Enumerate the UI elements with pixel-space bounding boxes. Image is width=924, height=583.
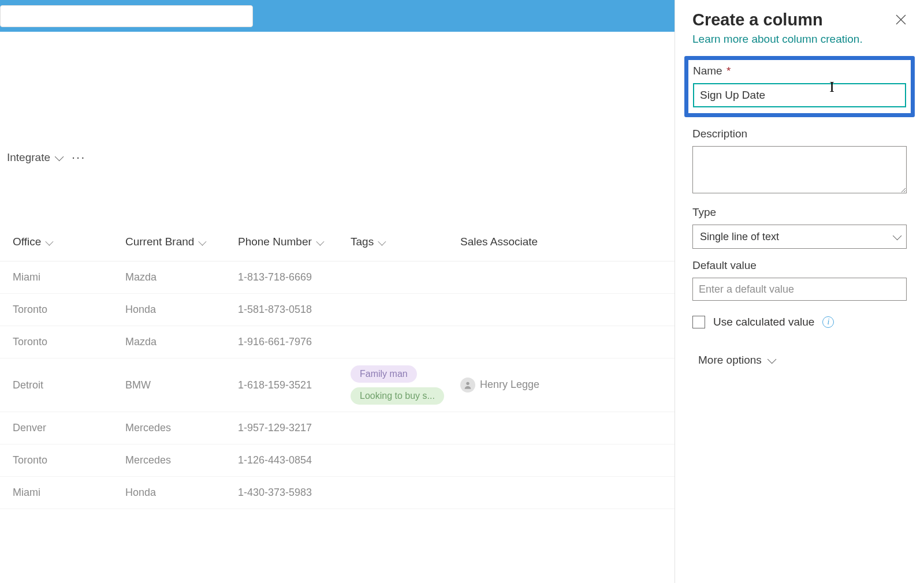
cell-office: Toronto bbox=[13, 454, 125, 466]
name-input[interactable] bbox=[693, 83, 906, 107]
cell-brand: Honda bbox=[125, 304, 238, 316]
default-value-input[interactable] bbox=[692, 278, 907, 301]
calculated-value-checkbox[interactable] bbox=[692, 316, 705, 328]
integrate-button[interactable]: Integrate bbox=[7, 151, 61, 164]
chevron-down-icon bbox=[199, 236, 204, 248]
cell-office: Toronto bbox=[13, 304, 125, 316]
tag-pill[interactable]: Family man bbox=[351, 365, 417, 383]
chevron-down-icon bbox=[378, 236, 384, 248]
svg-point-0 bbox=[466, 382, 469, 385]
close-icon bbox=[895, 14, 907, 25]
cell-brand: Mazda bbox=[125, 336, 238, 348]
cell-sales: Henry Legge bbox=[460, 378, 564, 393]
cell-phone: 1-581-873-0518 bbox=[238, 304, 351, 316]
chevron-down-icon bbox=[316, 236, 322, 248]
cell-phone: 1-916-661-7976 bbox=[238, 336, 351, 348]
cell-phone: 1-430-373-5983 bbox=[238, 487, 351, 499]
cell-phone: 1-813-718-6669 bbox=[238, 271, 351, 283]
column-header-brand[interactable]: Current Brand bbox=[125, 236, 238, 248]
learn-more-link[interactable]: Learn more about column creation. bbox=[692, 33, 863, 46]
cell-phone: 1-957-129-3217 bbox=[238, 422, 351, 434]
cell-brand: Honda bbox=[125, 487, 238, 499]
column-header-label: Phone Number bbox=[238, 236, 312, 248]
description-input[interactable] bbox=[692, 146, 907, 193]
close-button[interactable] bbox=[895, 14, 907, 29]
cell-office: Denver bbox=[13, 422, 125, 434]
chevron-down-icon bbox=[46, 236, 51, 248]
create-column-panel: Create a column Learn more about column … bbox=[675, 0, 924, 583]
calculated-value-row: Use calculated value i bbox=[692, 316, 907, 328]
cell-office: Toronto bbox=[13, 336, 125, 348]
panel-title: Create a column bbox=[692, 10, 907, 29]
cell-office: Detroit bbox=[13, 379, 125, 391]
column-header-phone[interactable]: Phone Number bbox=[238, 236, 351, 248]
cell-phone: 1-126-443-0854 bbox=[238, 454, 351, 466]
sales-name: Henry Legge bbox=[480, 379, 539, 390]
info-icon[interactable]: i bbox=[822, 316, 834, 328]
more-options-label: More options bbox=[698, 354, 762, 367]
more-options-toggle[interactable]: More options bbox=[692, 354, 907, 367]
calculated-value-label: Use calculated value bbox=[713, 316, 814, 328]
chevron-down-icon bbox=[55, 151, 61, 164]
name-label-text: Name bbox=[693, 65, 722, 77]
cell-office: Miami bbox=[13, 487, 125, 499]
column-header-office[interactable]: Office bbox=[13, 236, 125, 248]
cell-tags: Family manLooking to buy s... bbox=[351, 363, 460, 407]
integrate-label: Integrate bbox=[7, 151, 50, 164]
name-field-highlight: Name * bbox=[684, 56, 915, 117]
chevron-down-icon bbox=[767, 354, 774, 367]
avatar-icon bbox=[460, 378, 475, 393]
cell-brand: BMW bbox=[125, 379, 238, 391]
chevron-down-icon bbox=[893, 231, 899, 243]
more-actions-button[interactable]: ··· bbox=[72, 150, 85, 165]
description-label: Description bbox=[692, 128, 907, 140]
required-indicator: * bbox=[724, 65, 731, 77]
column-header-label: Tags bbox=[351, 236, 374, 248]
column-header-label: Office bbox=[13, 236, 41, 248]
cell-brand: Mercedes bbox=[125, 422, 238, 434]
name-label: Name * bbox=[693, 65, 906, 77]
type-select[interactable]: Single line of text bbox=[692, 225, 907, 249]
column-header-label: Sales Associate bbox=[460, 236, 538, 248]
tag-pill[interactable]: Looking to buy s... bbox=[351, 387, 444, 405]
default-value-label: Default value bbox=[692, 259, 907, 272]
cell-office: Miami bbox=[13, 271, 125, 283]
type-label: Type bbox=[692, 206, 907, 219]
type-value: Single line of text bbox=[700, 231, 779, 243]
cell-brand: Mazda bbox=[125, 271, 238, 283]
column-header-tags[interactable]: Tags bbox=[351, 236, 460, 248]
cell-phone: 1-618-159-3521 bbox=[238, 379, 351, 391]
column-header-sales[interactable]: Sales Associate bbox=[460, 236, 564, 248]
column-header-label: Current Brand bbox=[125, 236, 194, 248]
search-input[interactable] bbox=[0, 5, 253, 27]
cell-brand: Mercedes bbox=[125, 454, 238, 466]
